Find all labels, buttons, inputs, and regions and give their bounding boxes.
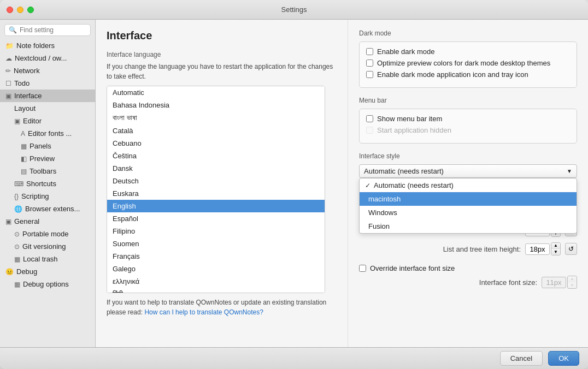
- enable-dark-mode-checkbox[interactable]: [366, 48, 373, 55]
- settings-left-content: Interface Interface language If you chan…: [96, 20, 348, 347]
- override-font-label: Override interface font size: [370, 264, 455, 272]
- sidebar-item-todo[interactable]: ☐ Todo: [0, 77, 95, 90]
- lang-espanol[interactable]: Español: [107, 212, 325, 225]
- sidebar-item-note-folders[interactable]: 📁 Note folders: [0, 39, 95, 52]
- list-item-height-steppers: ▲ ▼: [551, 242, 561, 255]
- lang-greek[interactable]: ελληνικά: [107, 275, 325, 288]
- list-item-height-reset[interactable]: ↺: [565, 243, 577, 255]
- show-menu-bar-row: Show menu bar item: [366, 115, 570, 123]
- portable-icon: ⊙: [14, 230, 20, 238]
- show-menu-bar-checkbox[interactable]: [366, 115, 373, 122]
- dark-mode-label: Dark mode: [359, 29, 577, 37]
- list-item-height-up[interactable]: ▲: [551, 243, 560, 249]
- lang-suomen[interactable]: Suomen: [107, 237, 325, 250]
- sidebar-item-editor-fonts[interactable]: A Editor fonts ...: [0, 127, 95, 140]
- language-list[interactable]: Automatic Bahasa Indonesia বাংলা ভাষা Ca…: [107, 86, 325, 293]
- menu-bar-section: Menu bar Show menu bar item Start applic…: [359, 97, 577, 144]
- trash-icon: ▦: [14, 255, 20, 263]
- menu-bar-box: Show menu bar item Start application hid…: [359, 109, 577, 144]
- maximize-button[interactable]: [27, 7, 34, 13]
- sidebar-item-browser-extensions[interactable]: 🌐 Browser extens...: [0, 203, 95, 215]
- sidebar-item-preview[interactable]: ◧ Preview: [0, 152, 95, 165]
- search-box[interactable]: 🔍: [4, 24, 91, 36]
- ok-button[interactable]: OK: [548, 351, 579, 366]
- general-icon: ▣: [5, 218, 11, 225]
- sidebar-item-general[interactable]: ▣ General: [0, 215, 95, 228]
- sidebar-item-interface[interactable]: ▣ Interface: [0, 90, 95, 102]
- lang-dansk[interactable]: Dansk: [107, 162, 325, 175]
- lang-bengali[interactable]: বাংলা ভাষা: [107, 111, 325, 124]
- interface-font-size-input[interactable]: [542, 277, 566, 288]
- sidebar-item-git-versioning[interactable]: ⊙ Git versioning: [0, 240, 95, 253]
- lang-filipino[interactable]: Filipino: [107, 225, 325, 237]
- debug-icon: 😐: [5, 268, 14, 276]
- preview-icon: ◧: [21, 155, 27, 163]
- panels-icon: ▦: [21, 142, 27, 150]
- sidebar-item-debug-options[interactable]: ▦ Debug options: [0, 278, 95, 290]
- enable-dark-icon-label: Enable dark mode application icon and tr…: [377, 70, 528, 79]
- sidebar-item-debug[interactable]: 😐 Debug: [0, 265, 95, 278]
- override-font-section: Override interface font size Interface f…: [359, 264, 577, 289]
- sidebar-item-scripting[interactable]: {} Scripting: [0, 190, 95, 203]
- style-dropdown-button[interactable]: Automatic (needs restart) ▼: [359, 164, 577, 178]
- style-option-fusion[interactable]: Fusion: [360, 219, 577, 233]
- sidebar-item-shortcuts[interactable]: ⌨ Shortcuts: [0, 177, 95, 190]
- lang-cestina[interactable]: Čeština: [107, 150, 325, 162]
- list-item-height-label: List and tree item height:: [359, 245, 521, 253]
- lang-english[interactable]: English: [107, 200, 325, 212]
- sidebar-item-panels[interactable]: ▦ Panels: [0, 140, 95, 152]
- list-item-height-input[interactable]: [525, 243, 550, 255]
- override-font-checkbox[interactable]: [359, 265, 366, 272]
- lang-hindi[interactable]: हिंदी: [107, 288, 325, 293]
- sidebar-item-network[interactable]: ✏ Network: [0, 64, 95, 77]
- sidebar-item-layout[interactable]: Layout: [0, 102, 95, 115]
- check-icon: ✓: [365, 182, 371, 189]
- traffic-lights[interactable]: [7, 7, 34, 13]
- sidebar-item-nextcloud[interactable]: ☁ Nextcloud / ow...: [0, 52, 95, 64]
- lang-galego[interactable]: Galego: [107, 263, 325, 275]
- enable-dark-mode-row: Enable dark mode: [366, 47, 570, 56]
- translate-link[interactable]: How can I help to translate QOwnNotes?: [144, 308, 263, 316]
- style-option-automatic[interactable]: ✓ Automatic (needs restart): [360, 178, 577, 192]
- dark-mode-box: Enable dark mode Optimize preview colors…: [359, 41, 577, 88]
- list-item-height-row: List and tree item height: ▲ ▼ ↺: [359, 242, 577, 255]
- start-hidden-checkbox[interactable]: [366, 127, 373, 134]
- interface-font-size-down[interactable]: ▼: [568, 282, 577, 288]
- lang-cebuano[interactable]: Cebuano: [107, 137, 325, 150]
- list-item-height-down[interactable]: ▼: [551, 249, 560, 255]
- lang-catala[interactable]: Català: [107, 124, 325, 137]
- page-title: Interface: [107, 29, 337, 42]
- titlebar: Settings: [0, 0, 588, 20]
- interface-style-label: Interface style: [359, 152, 577, 160]
- optimize-preview-checkbox[interactable]: [366, 59, 373, 67]
- cancel-button[interactable]: Cancel: [500, 351, 543, 366]
- close-button[interactable]: [7, 7, 13, 13]
- list-item-height-stepper: ▲ ▼: [525, 242, 561, 255]
- lang-section-label: Interface language: [107, 51, 337, 58]
- lang-deutsch[interactable]: Deutsch: [107, 175, 325, 187]
- main-panel: Interface Interface language If you chan…: [96, 20, 588, 347]
- sidebar-item-portable-mode[interactable]: ⊙ Portable mode: [0, 228, 95, 240]
- shortcuts-icon: ⌨: [14, 180, 23, 188]
- enable-dark-icon-checkbox[interactable]: [366, 71, 373, 78]
- interface-font-size-steppers: ▲ ▼: [567, 276, 577, 289]
- sidebar-item-toolbars[interactable]: ▤ Toolbars: [0, 165, 95, 177]
- start-hidden-row: Start application hidden: [366, 126, 570, 134]
- scripting-icon: {}: [14, 193, 19, 200]
- lang-francais[interactable]: Français: [107, 250, 325, 263]
- menu-bar-label: Menu bar: [359, 97, 577, 104]
- sidebar-item-editor[interactable]: ▣ Editor: [0, 115, 95, 127]
- sidebar-item-local-trash[interactable]: ▦ Local trash: [0, 253, 95, 265]
- interface-font-size-up[interactable]: ▲: [568, 276, 577, 282]
- style-option-macintosh[interactable]: macintosh: [360, 192, 577, 206]
- search-input[interactable]: [20, 26, 86, 34]
- minimize-button[interactable]: [17, 7, 23, 13]
- debug-options-icon: ▦: [14, 281, 20, 288]
- lang-info-text: If you change the language you have to r…: [107, 62, 337, 81]
- lang-euskara[interactable]: Euskara: [107, 187, 325, 200]
- lang-bahasa[interactable]: Bahasa Indonesia: [107, 99, 325, 111]
- lang-automatic[interactable]: Automatic: [107, 86, 325, 99]
- override-font-row: Override interface font size: [359, 264, 577, 272]
- show-menu-bar-label: Show menu bar item: [377, 115, 442, 123]
- style-option-windows[interactable]: Windows: [360, 206, 577, 219]
